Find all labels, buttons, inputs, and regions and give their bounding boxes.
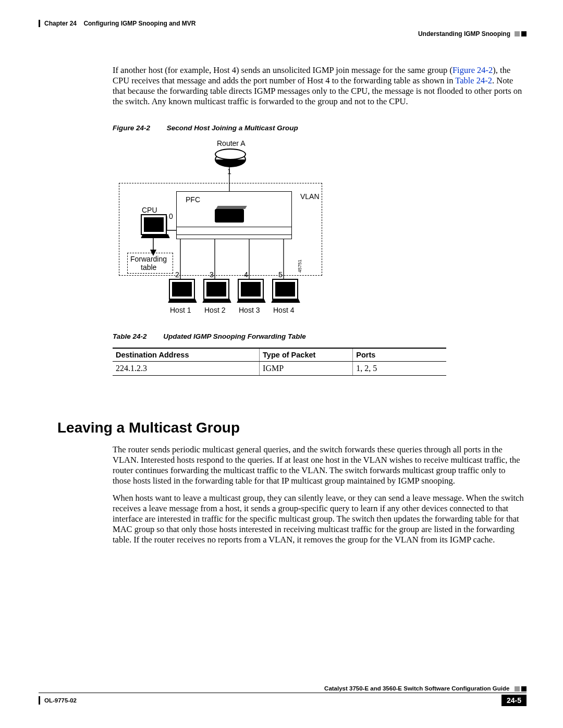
cell-dest: 224.1.2.3 bbox=[113, 361, 260, 375]
col-type: Type of Packet bbox=[260, 348, 353, 362]
figure-number: Figure 24-2 bbox=[113, 124, 150, 132]
cell-type: IGMP bbox=[260, 361, 353, 375]
table-caption: Table 24-2 Updated IGMP Snooping Forward… bbox=[113, 332, 524, 340]
pfc-label: PFC bbox=[186, 195, 200, 204]
header-left: Chapter 24 Configuring IGMP Snooping and… bbox=[39, 20, 195, 27]
footer-docid: OL-9775-02 bbox=[44, 697, 77, 704]
paragraph: When hosts want to leave a multicast gro… bbox=[113, 493, 524, 546]
host-3-icon bbox=[238, 279, 264, 300]
cpu-keyboard-icon bbox=[141, 234, 169, 238]
port-4-label: 4 bbox=[244, 270, 248, 279]
fwd-label-1: Forwarding bbox=[130, 255, 167, 263]
figure-diagram: Router A 1 VLAN PFC CPU 0 Forwarding tab… bbox=[113, 139, 405, 319]
cpu-label: CPU bbox=[142, 206, 157, 214]
section-heading: Leaving a Multicast Group bbox=[57, 419, 240, 436]
header-squares-icon bbox=[515, 31, 527, 36]
host-3-keyboard-icon bbox=[237, 299, 265, 303]
table-link[interactable]: Table 24-2 bbox=[455, 76, 492, 85]
footer-rule bbox=[39, 693, 527, 693]
text: If another host (for example, Host 4) se… bbox=[113, 65, 452, 75]
figure-caption: Figure 24-2 Second Host Joining a Multic… bbox=[113, 124, 524, 132]
host-2-keyboard-icon bbox=[202, 299, 231, 303]
chapter-label: Chapter 24 Configuring IGMP Snooping and… bbox=[44, 20, 195, 27]
port-5-label: 5 bbox=[278, 270, 283, 279]
footer-guide: Catalyst 3750-E and 3560-E Switch Softwa… bbox=[324, 685, 509, 692]
chapter-number: Chapter 24 bbox=[44, 20, 77, 27]
router-icon-top bbox=[215, 149, 246, 160]
footer: Catalyst 3750-E and 3560-E Switch Softwa… bbox=[39, 685, 527, 706]
header-right: Understanding IGMP Snooping bbox=[418, 30, 527, 38]
intro-paragraph: If another host (for example, Host 4) se… bbox=[113, 65, 524, 107]
body-column: If another host (for example, Host 4) se… bbox=[113, 65, 524, 376]
port-2-label: 2 bbox=[175, 270, 179, 279]
router-label: Router A bbox=[217, 139, 245, 147]
section-name: Understanding IGMP Snooping bbox=[418, 30, 510, 38]
host-2-icon bbox=[203, 279, 229, 300]
section-body: The router sends periodic multicast gene… bbox=[113, 445, 524, 551]
paragraph: The router sends periodic multicast gene… bbox=[113, 445, 524, 487]
cpu-icon bbox=[141, 214, 167, 235]
figure-link[interactable]: Figure 24-2 bbox=[452, 65, 493, 75]
port-0-label: 0 bbox=[169, 212, 173, 220]
footer-squares-icon bbox=[515, 686, 527, 692]
table-title: Updated IGMP Snooping Forwarding Table bbox=[163, 332, 306, 340]
switch-icon bbox=[215, 209, 244, 223]
header-rule-icon bbox=[39, 20, 40, 27]
footer-guide-row: Catalyst 3750-E and 3560-E Switch Softwa… bbox=[39, 685, 527, 692]
host-1-icon bbox=[169, 279, 195, 300]
table-header-row: Destination Address Type of Packet Ports bbox=[113, 348, 446, 362]
diagram-id: 45751 bbox=[297, 259, 302, 272]
page: Chapter 24 Configuring IGMP Snooping and… bbox=[0, 0, 563, 728]
host-1-label: Host 1 bbox=[170, 306, 191, 314]
forwarding-table: Destination Address Type of Packet Ports… bbox=[113, 348, 446, 376]
footer-rule-icon bbox=[39, 696, 40, 705]
host-4-icon bbox=[272, 279, 298, 300]
port-1-label: 1 bbox=[227, 167, 231, 176]
figure-title: Second Host Joining a Multicast Group bbox=[167, 124, 298, 132]
col-ports: Ports bbox=[353, 348, 446, 362]
page-number-badge: 24-5 bbox=[501, 695, 527, 706]
footer-left: OL-9775-02 bbox=[39, 696, 77, 705]
host-4-keyboard-icon bbox=[271, 299, 300, 303]
host-3-label: Host 3 bbox=[239, 306, 260, 314]
table-row: 224.1.2.3 IGMP 1, 2, 5 bbox=[113, 361, 446, 375]
port-3-label: 3 bbox=[210, 270, 214, 279]
cell-ports: 1, 2, 5 bbox=[353, 361, 446, 375]
host-4-label: Host 4 bbox=[273, 306, 294, 314]
col-dest: Destination Address bbox=[113, 348, 260, 362]
fwd-label-2: table bbox=[141, 263, 156, 272]
vlan-label: VLAN bbox=[300, 192, 320, 201]
table-number: Table 24-2 bbox=[113, 332, 147, 340]
chapter-title: Configuring IGMP Snooping and MVR bbox=[83, 20, 195, 27]
host-2-label: Host 2 bbox=[204, 306, 225, 314]
footer-row: OL-9775-02 24-5 bbox=[39, 695, 527, 706]
host-1-keyboard-icon bbox=[168, 299, 197, 303]
bus-bar bbox=[176, 227, 292, 235]
